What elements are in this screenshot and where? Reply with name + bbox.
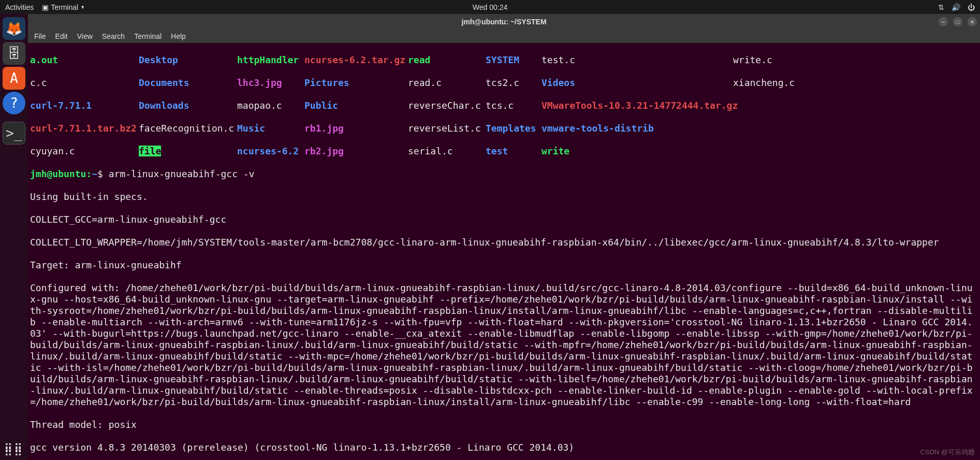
watermark: CSDN @可乐鸡翅 [920,448,975,457]
dock: 🦊 🗄 A ? >_ ⠿⠿⠿⠿ [0,14,28,460]
minimize-button[interactable]: – [939,17,948,26]
clock[interactable]: Wed 00:24 [473,3,507,11]
activities-button[interactable]: Activities [5,3,34,11]
dock-firefox[interactable]: 🦊 [3,17,25,40]
dock-help[interactable]: ? [3,92,25,114]
menu-terminal[interactable]: Terminal [134,32,162,40]
menu-search[interactable]: Search [102,32,125,40]
menu-edit[interactable]: Edit [55,32,68,40]
ls-row: a.outDesktophttpHandlerncurses-6.2.tar.g… [30,54,978,66]
power-icon[interactable]: ⏻ [968,3,975,11]
terminal-icon: ▣ [42,3,49,11]
network-icon[interactable]: ⇅ [938,3,944,11]
ls-row: c.cDocumentslhc3.jpgPicturesread.ctcs2.c… [30,77,978,89]
close-button[interactable]: × [968,17,977,26]
menu-view[interactable]: View [77,32,93,40]
terminal-area[interactable]: a.outDesktophttpHandlerncurses-6.2.tar.g… [28,43,980,460]
dock-software[interactable]: A [3,67,25,90]
volume-icon[interactable]: 🔊 [952,3,960,11]
chevron-down-icon: ▼ [80,5,85,10]
dock-terminal[interactable]: >_ [3,122,25,145]
window-titlebar: jmh@ubuntu: ~/SYSTEM – □ × [28,14,980,30]
gcc-output: Thread model: posix [30,419,978,430]
prompt-line: jmh@ubuntu:~$ arm-linux-gnueabihf-gcc -v [30,168,978,180]
maximize-button[interactable]: □ [953,17,962,26]
ls-row: curl-7.71.1Downloadsmaopao.cPublicrevers… [30,100,978,111]
dock-show-apps[interactable]: ⠿⠿⠿⠿ [4,447,24,455]
app-menu[interactable]: ▣ Terminal ▼ [42,3,85,11]
ls-row: cyuyan.cfilencurses-6.2rb2.jpgserial.cte… [30,146,978,157]
gcc-output: COLLECT_LTO_WRAPPER=/home/jmh/SYSTEM/too… [30,237,978,248]
gcc-output: Using built-in specs. [30,191,978,203]
gcc-output: Configured with: /home/zhehe01/work/bzr/… [30,282,978,408]
gcc-output: COLLECT_GCC=arm-linux-gnueabihf-gcc [30,214,978,225]
gnome-topbar: Activities ▣ Terminal ▼ Wed 00:24 ⇅ 🔊 ⏻ [0,0,980,14]
menu-file[interactable]: File [34,32,46,40]
ls-row: curl-7.71.1.tar.bz2faceRecognition.cMusi… [30,123,978,134]
gcc-output: Target: arm-linux-gnueabihf [30,260,978,271]
window-title: jmh@ubuntu: ~/SYSTEM [461,18,546,26]
dock-files[interactable]: 🗄 [3,42,25,65]
menubar: File Edit View Search Terminal Help [28,30,980,43]
menu-help[interactable]: Help [171,32,186,40]
gcc-output: gcc version 4.8.3 20140303 (prerelease) … [30,442,978,453]
